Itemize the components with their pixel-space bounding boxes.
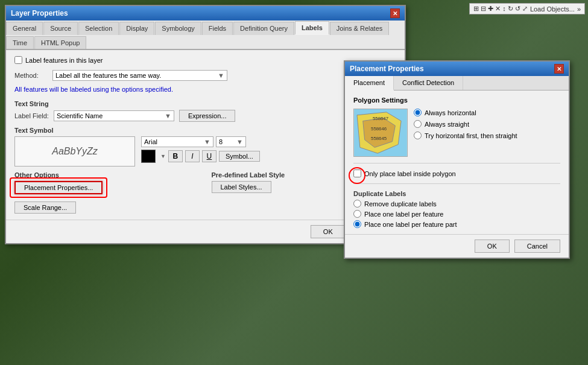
polygon-preview: 558647 558646 558645 [353, 109, 408, 157]
font-size-value: 8 [219, 138, 223, 145]
placement-ok-btn[interactable]: OK [475, 240, 510, 253]
svg-text:558645: 558645 [371, 136, 387, 141]
color-swatch[interactable] [141, 150, 156, 163]
svg-text:558646: 558646 [371, 126, 387, 132]
placement-props-wrapper: Placement Properties... [14, 181, 103, 194]
font-size-combo[interactable]: 8 ▼ [216, 136, 246, 147]
only-inside-label: Only place label inside polygon [364, 170, 456, 177]
dup-radio-remove-input[interactable] [353, 200, 361, 208]
placement-titlebar: Placement Properties ✕ [345, 62, 569, 76]
label-field-row: Label Field: Scientific Name ▼ Expressio… [14, 110, 396, 122]
duplicate-labels-label: Duplicate Labels [353, 190, 560, 197]
dup-radio-one-per-feature: Place one label per feature [353, 210, 560, 218]
scale-range-btn[interactable]: Scale Range... [14, 202, 76, 214]
radio-always-straight-input[interactable] [414, 120, 422, 128]
placement-tab-bar: Placement Conflict Detection [345, 76, 569, 90]
layer-props-ok-btn[interactable]: OK [311, 225, 346, 238]
tab-general[interactable]: General [6, 22, 43, 35]
dup-radio-remove: Remove duplicate labels [353, 200, 560, 208]
placement-properties-btn[interactable]: Placement Properties... [14, 181, 103, 194]
underline-btn[interactable]: U [202, 150, 217, 162]
tab-joins-relates[interactable]: Joins & Relates [330, 22, 389, 35]
placement-cancel-btn[interactable]: Cancel [514, 240, 560, 253]
placement-title: Placement Properties [350, 65, 424, 73]
method-label: Method: [14, 72, 48, 79]
tab-labels[interactable]: Labels [295, 21, 329, 35]
tab-fields[interactable]: Fields [202, 22, 233, 35]
font-name-row: Arial ▼ 8 ▼ [141, 136, 260, 147]
tab-time[interactable]: Time [6, 36, 34, 49]
tab-definition-query[interactable]: Definition Query [233, 22, 294, 35]
label-field-value: Scientific Name [57, 112, 103, 119]
radio-always-straight: Always straight [414, 120, 517, 128]
label-field-label: Label Field: [14, 112, 49, 119]
radio-try-horizontal-input[interactable] [414, 132, 422, 139]
preview-text: AaBbYyZz [52, 146, 98, 157]
font-name-combo[interactable]: Arial ▼ [141, 136, 213, 147]
symbol-btn[interactable]: Symbol... [219, 151, 260, 162]
duplicate-labels-section: Duplicate Labels Remove duplicate labels… [353, 190, 560, 228]
placement-radio-group: Always horizontal Always straight Try ho… [414, 109, 517, 157]
format-btns-row: ▼ B I U Symbol... [141, 150, 260, 163]
font-name-arrow: ▼ [204, 138, 210, 145]
expression-btn[interactable]: Expression... [179, 110, 236, 122]
options-section: Other Options Placement Properties... Sc… [14, 171, 396, 214]
font-size-arrow: ▼ [236, 138, 243, 145]
radio-always-horizontal: Always horizontal [414, 109, 517, 116]
divider-1 [353, 163, 560, 163]
radio-always-horizontal-label: Always horizontal [425, 109, 476, 116]
placement-content: Polygon Settings 558647 558646 558645 [345, 90, 569, 234]
divider-2 [353, 183, 560, 184]
tab-symbology[interactable]: Symbology [155, 22, 201, 35]
radio-always-horizontal-input[interactable] [414, 109, 422, 116]
dup-radio-one-per-feature-label: Place one label per feature [364, 211, 443, 218]
other-options-label: Other Options [14, 171, 200, 179]
other-options-col: Other Options Placement Properties... Sc… [14, 171, 200, 214]
dup-radio-one-per-part-input[interactable] [353, 220, 361, 228]
placement-tab-placement[interactable]: Placement [345, 76, 394, 90]
label-field-arrow: ▼ [165, 112, 171, 119]
label-field-combo[interactable]: Scientific Name ▼ [54, 110, 174, 121]
toolbar-label: Load Objects... [530, 5, 575, 13]
placement-close-btn[interactable]: ✕ [554, 64, 564, 74]
placement-body: 558647 558646 558645 Always horizontal A… [353, 109, 560, 157]
tab-source[interactable]: Source [43, 22, 78, 35]
text-string-label: Text String [14, 100, 396, 107]
font-name-value: Arial [144, 138, 157, 145]
only-inside-checkbox[interactable] [353, 170, 361, 177]
layer-props-close-btn[interactable]: ✕ [390, 8, 400, 18]
italic-btn[interactable]: I [185, 150, 200, 162]
layer-props-title: Layer Properties [11, 9, 68, 17]
dup-radio-one-per-part: Place one label per feature part [353, 220, 560, 228]
only-inside-row: Only place label inside polygon [353, 170, 560, 177]
bold-btn[interactable]: B [168, 150, 183, 162]
placement-tab-conflict[interactable]: Conflict Detection [394, 76, 463, 90]
radio-always-straight-label: Always straight [425, 121, 469, 128]
info-text: All features will be labeled using the o… [14, 86, 396, 93]
method-value: Label all the features the same way. [55, 72, 161, 79]
toolbar-icons: ⊞ ⊟ ✚ ✕ ↕ ↻ ↺ ⤢ [473, 5, 528, 13]
method-combo[interactable]: Label all the features the same way. ▼ [52, 70, 227, 81]
placement-footer: OK Cancel [345, 234, 569, 258]
radio-try-horizontal-label: Try horizontal first, then straight [425, 132, 517, 139]
toolbar-right-arrow: » [577, 5, 581, 13]
dup-radio-one-per-feature-input[interactable] [353, 210, 361, 218]
color-arrow: ▼ [160, 153, 166, 159]
text-symbol-controls: Arial ▼ 8 ▼ ▼ B I U Symbol... [141, 136, 260, 163]
tab-html-popup[interactable]: HTML Popup [34, 36, 86, 49]
label-features-checkbox[interactable] [14, 56, 22, 64]
label-styles-btn[interactable]: Label Styles... [212, 181, 271, 193]
polygon-settings-label: Polygon Settings [353, 97, 560, 104]
placement-properties-window: Placement Properties ✕ Placement Conflic… [344, 60, 570, 259]
tab-display[interactable]: Display [119, 22, 154, 35]
svg-text:558647: 558647 [373, 116, 388, 121]
method-combo-arrow: ▼ [218, 72, 224, 79]
layer-props-titlebar: Layer Properties ✕ [6, 6, 405, 21]
text-preview: AaBbYyZz [14, 136, 135, 167]
label-features-row: Label features in this layer [14, 56, 396, 64]
label-features-label: Label features in this layer [25, 57, 103, 64]
dup-radio-remove-label: Remove duplicate labels [364, 200, 437, 208]
gis-toolbar: ⊞ ⊟ ✚ ✕ ↕ ↻ ↺ ⤢ Load Objects... » [469, 3, 585, 14]
tab-selection[interactable]: Selection [78, 22, 119, 35]
radio-try-horizontal: Try horizontal first, then straight [414, 132, 517, 139]
